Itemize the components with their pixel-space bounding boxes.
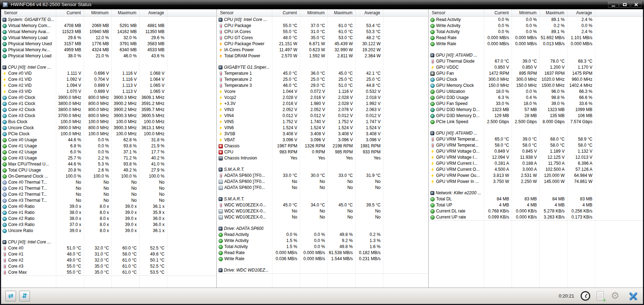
settings-button[interactable]: ⚙ (611, 291, 619, 301)
group-header-row[interactable]: Drive: WDC WD10EZ... (217, 267, 428, 273)
fit-columns-button[interactable]: ⇄ (5, 291, 16, 301)
sensor-row[interactable]: Write Activity1.5 %0.0 %9.2 %1.3 % (217, 238, 428, 244)
sensor-row[interactable]: Core #1 Usage6.8 %0.0 %93.8 %21.9 % (1, 143, 216, 149)
sensor-row[interactable]: GPU D3D Memory D...1323 MB57 MB1323 MB10… (429, 107, 643, 113)
sensor-row[interactable]: 3VSB3.408 V3.408 V3.408 V3.408 V (217, 131, 428, 137)
group-header-row[interactable]: CPU [#0]: Intel Core ... (1, 239, 216, 245)
sensor-row[interactable]: GPU VRM Power Ou...3.813 W2.531 W120.000… (429, 173, 643, 179)
sensor-row[interactable]: Core #1 Thermal T...NoNoNoNo (1, 185, 216, 191)
sensor-row[interactable]: PCIe Clock100.0 MHz100.0 MHz100.0 MHz100… (1, 131, 216, 137)
group-header-row[interactable]: Drive: ADATA SP600 (217, 226, 428, 232)
group-header-row[interactable]: System: GIGABYTE G... (1, 17, 216, 23)
group-header-row[interactable]: Network: Killer e2200 ... (429, 190, 643, 196)
sensor-row[interactable]: Core #1 VID1.092 V0.704 V1.116 V1.064 V (1, 77, 216, 83)
sensor-row[interactable]: Temperature 346.0 °C29.0 °C51.0 °C44.8 °… (217, 83, 428, 89)
sensor-row[interactable]: Core #0 Clock3900.0 MHz800.0 MHz3900.3 M… (1, 95, 216, 101)
sensor-row[interactable]: GPU VRM Power In ...3.750 W2.250 W145.00… (429, 179, 643, 185)
sensor-row[interactable]: Core #051.0 °C32.0 °C60.0 °C52.5 °C (1, 245, 216, 251)
sensor-row[interactable]: Core #3 Ratio37.0 x8.0 x39.0 x36.0 x (1, 222, 216, 228)
sensor-row[interactable]: Core #2 Thermal T...NoNoNoNo (1, 191, 216, 198)
sensor-row[interactable]: Vccp22.028 V2.016 V2.028 V2.018 V (217, 95, 428, 101)
sensor-row[interactable]: Total DL84 MB83 MB84 MB83 MB (429, 196, 643, 202)
sensor-row[interactable]: VIN32.052 V2.052 V2.076 V2.063 V (217, 107, 428, 113)
group-header-row[interactable]: GPU [#0]: ATI/AMD ... (429, 52, 643, 58)
sensor-row[interactable]: VIN51.752 V1.740 V1.752 V1.747 V (217, 119, 428, 125)
sensor-row[interactable]: Read Activity0.0 %0.0 %89.1 %2.4 % (429, 17, 643, 23)
column-header-average[interactable]: Average (356, 9, 383, 16)
sensor-row[interactable]: Core #249.0 °C32.0 °C61.0 °C50.1 °C (1, 257, 216, 263)
sensor-row[interactable]: GPU VRM Temperat...65.0 °C39.0 °C68.0 °C… (429, 136, 643, 142)
sensor-row[interactable]: Total Activity0.0 %0.0 %89.1 %2.4 % (429, 29, 643, 35)
sensor-row[interactable]: CPU GT Cores48.0 °C35.0 °C53.0 °C48.2 °C (217, 35, 428, 41)
sensor-row[interactable]: VBAT3.096 V3.096 V3.096 V3.096 V (217, 137, 428, 143)
sensor-row[interactable]: Core #3 VID1.070 V0.699 V1.113 V1.065 V (1, 89, 216, 95)
sensor-row[interactable]: ADATA SP600 [7F0...33.0 °C30.0 °C33.0 °C… (217, 173, 428, 179)
sensor-row[interactable]: Physical Memory Av...4959 MB4324 MB6340 … (1, 47, 216, 53)
sensor-row[interactable]: Chassis IntrusionYesYesYesYes (217, 155, 428, 161)
sensor-row[interactable]: Core #2 Usage6.0 %0.0 %37.1 %17.7 % (1, 149, 216, 155)
titlebar[interactable]: HWiNFO64 v4.62-2500 Sensor Status (0, 0, 644, 9)
sensor-row[interactable]: GPU Thermal Diode67.0 °C39.0 °C78.0 °C68… (429, 58, 643, 64)
sensor-row[interactable]: Core #3 Thermal T...NoNoNoNo (1, 198, 216, 204)
sensor-row[interactable]: Core #0 Ratio39.0 x8.0 x39.0 x36.1 x (1, 204, 216, 210)
sensor-row[interactable]: Temperature 145.0 °C36.0 °C45.0 °C42.1 °… (217, 70, 428, 77)
sensor-row[interactable]: Read Rate0.000 MB/s0.000 MB/s51.692 MB/s… (429, 35, 643, 41)
sensor-row[interactable]: GPU VRM Current I...0.281 A0.188 A11.750… (429, 161, 643, 167)
column-header-maximum[interactable]: Maximum (112, 9, 140, 16)
sensor-row[interactable]: IA Cores Power11.497 W0.623 W32.990 W19.… (217, 47, 428, 53)
sensor-row[interactable]: WDC WD10EZEX-0...NoNoNoNo (217, 208, 428, 214)
group-header-row[interactable]: CPU [#0]: Intel Core ... (217, 17, 428, 23)
sensor-row[interactable]: Total CPU Usage20.8 %2.6 %49.2 %27.9 % (1, 167, 216, 173)
sensor-row[interactable]: Current DL rate0.768 KB/s0.000 KB/s5.278… (429, 208, 643, 214)
sensor-row[interactable]: Core #1 Ratio38.0 x8.0 x39.0 x35.9 x (1, 210, 216, 216)
sensor-row[interactable]: Core #1 Clock3800.0 MHz800.0 MHz3900.2 M… (1, 101, 216, 107)
sensor-row[interactable]: On-Demand Clock ...100.0 %100.0 %100.0 %… (1, 173, 216, 179)
sensor-row[interactable]: CPU IA Cores55.0 °C31.0 °C61.0 °C53.3 °C (217, 29, 428, 35)
sensor-row[interactable]: Write Rate0.000 MB/s0.000 MB/s0.013 MB/s… (429, 41, 643, 47)
sensor-row[interactable]: Max CPU/Thread U...44.6 %5.3 %93.8 %41.0… (1, 161, 216, 167)
column-header-sensor[interactable]: Sensor (217, 9, 272, 16)
sensor-row[interactable]: PCIe Link Speed2.500 Gbps2.500 Gbps8.000… (429, 119, 643, 125)
sensor-row[interactable]: Core #2 VID1.094 V0.699 V1.113 V1.065 V (1, 83, 216, 89)
sensor-row[interactable]: GPU Clock300.0 MHz300.0 MHz1020.0 MHz960… (429, 77, 643, 83)
sensor-row[interactable]: Core #2 Ratio38.0 x8.0 x39.0 x36.0 x (1, 216, 216, 222)
sensor-row[interactable]: CPU Package55.0 °C37.0 °C61.0 °C53.4 °C (217, 23, 428, 29)
sensor-row[interactable]: Current UP rate0.099 KB/s0.000 KB/s3.263… (429, 214, 643, 220)
sensor-row[interactable]: CPU Package Power21.151 W6.871 W45.439 W… (217, 41, 428, 47)
sensor-row[interactable]: WDC WD10EZEX-0...45.0 °C34.0 °C45.0 °C39… (217, 202, 428, 208)
sensor-row[interactable]: Total UP4 MB4 MB4 MB4 MB (429, 202, 643, 208)
sensor-row[interactable]: GPU VRM Temperat...58.0 °C58.0 °C58.0 °C… (429, 142, 643, 148)
sensor-row[interactable]: GPU Utilization18.0 %0.0 %96.0 %66.3 % (429, 89, 643, 95)
group-header-row[interactable]: GPU [#0]: ATI/AMD ... (429, 130, 643, 136)
close-sensors-button[interactable] (625, 291, 639, 301)
sensor-row[interactable]: Uncore Clock3900.0 MHz800.0 MHz3900.3 MH… (1, 125, 216, 131)
sensor-row[interactable]: Uncore Ratio39.0 x8.0 x39.0 x36.1 x (1, 228, 216, 234)
sensor-row[interactable]: GPU VDDC0.850 V0.850 V1.200 V1.170 V (429, 64, 643, 70)
sensor-row[interactable]: +3.3V2.016 V1.980 V2.028 V1.992 V (217, 101, 428, 107)
column-header-sensor[interactable]: Sensor (1, 9, 56, 16)
sensor-row[interactable]: Core #0 Usage44.6 %0.0 %62.8 %31.8 % (1, 137, 216, 143)
sensor-row[interactable]: Physical Memory Used3157 MB1776 MB3791 M… (1, 41, 216, 47)
sensor-row[interactable]: GPU D3D Usage6.3 %0.4 %98.8 %66.6 % (429, 95, 643, 101)
reorder-columns-button[interactable]: ⇵ (19, 291, 30, 301)
sensor-row[interactable]: Core Max55.0 °C35.0 °C61.0 °C53.5 °C (1, 269, 216, 275)
sensor-row[interactable]: Core #148.0 °C31.0 °C58.0 °C49.6 °C (1, 251, 216, 257)
sensor-row[interactable]: Temperature 225.0 °C25.0 °C25.0 °C25.0 °… (217, 77, 428, 83)
column-header-average[interactable]: Average (567, 9, 595, 16)
uptime-clock-button[interactable] (581, 291, 590, 301)
sensor-row[interactable]: Physical Memory Load38.0 %21.0 %46.0 %43… (1, 53, 216, 59)
column-header-average[interactable]: Average (140, 9, 167, 16)
column-header-sensor[interactable]: Sensor (429, 9, 484, 16)
close-button[interactable] (631, 1, 642, 8)
column-header-maximum[interactable]: Maximum (540, 9, 567, 16)
sensor-row[interactable]: Core #0 VID1.111 V0.696 V1.116 V1.068 V (1, 70, 216, 77)
sensor-row[interactable]: Write Activity0.0 %0.0 %0.2 %0.0 % (429, 23, 643, 29)
sensor-row[interactable]: WDC WD10EZEX-0...NoNoNoNo (217, 214, 428, 220)
sensor-row[interactable]: Core #355.0 °C35.0 °C61.0 °C52.5 °C (1, 263, 216, 269)
column-header-maximum[interactable]: Maximum (328, 9, 356, 16)
sensor-row[interactable]: VIN61.524 V1.524 V1.524 V1.524 V (217, 125, 428, 131)
sensor-row[interactable]: Read Activity0.0 %0.0 %49.8 %0.2 % (217, 232, 428, 238)
sensor-row[interactable]: Total DRAM Power2.570 W1.592 W2.811 W2.3… (217, 53, 428, 59)
column-header-current[interactable]: Current (272, 9, 300, 16)
group-header-row[interactable]: S.M.A.R.T. (217, 167, 428, 173)
